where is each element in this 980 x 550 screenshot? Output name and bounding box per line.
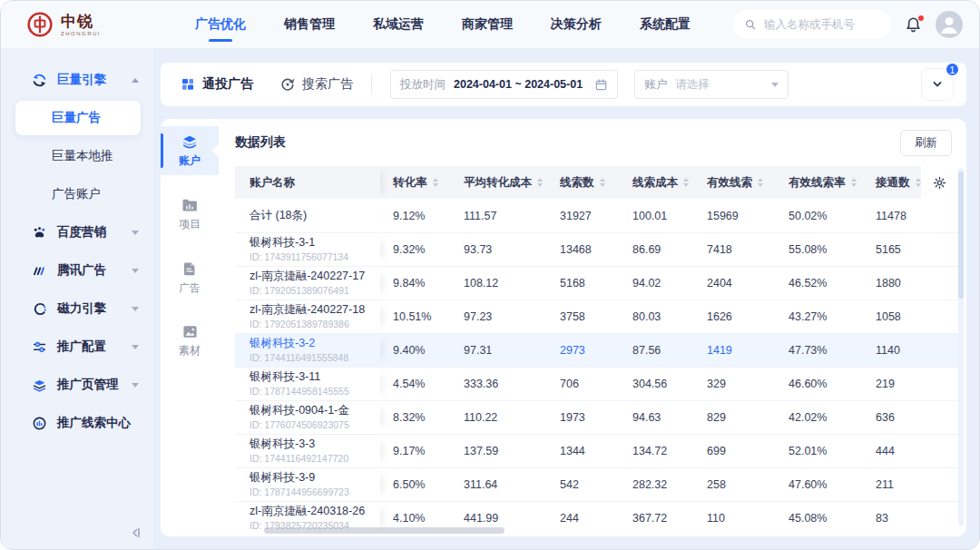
column-header-3[interactable]: 线索数 bbox=[547, 166, 620, 199]
metric-cell: 13468 bbox=[547, 243, 620, 256]
account-name-cell[interactable]: zl-南京捷融-240318-26ID: 1793825720235034 bbox=[235, 505, 380, 529]
sort-icon[interactable] bbox=[851, 178, 857, 187]
metric-cell: 699 bbox=[694, 445, 776, 457]
tab-search-ads[interactable]: 搜索广告 bbox=[280, 76, 353, 93]
nav-item-decision-analysis[interactable]: 决策分析 bbox=[551, 16, 602, 33]
vertical-scrollbar-thumb[interactable] bbox=[958, 172, 964, 299]
account-name-cell[interactable]: zl-南京捷融-240227-18ID: 1792051389789386 bbox=[235, 303, 380, 330]
column-header-2[interactable]: 平均转化成本 bbox=[451, 166, 547, 199]
metric-cell: 1880 bbox=[863, 277, 921, 290]
account-select-placeholder: 请选择 bbox=[675, 77, 710, 93]
filter-collapse-button[interactable]: 1 bbox=[921, 68, 954, 101]
tab-feed-ads[interactable]: 通投广告 bbox=[181, 76, 253, 93]
sidebar-subitem-juliang-local[interactable]: 巨量本地推 bbox=[1, 137, 153, 175]
top-bar-right bbox=[733, 10, 979, 39]
column-header-5[interactable]: 有效线索 bbox=[694, 166, 776, 199]
table-row[interactable]: 银树科技-3-2ID: 17441164915558489.40%97.3129… bbox=[235, 333, 959, 367]
panel-header: 数据列表 刷新 bbox=[219, 119, 966, 166]
sort-icon[interactable] bbox=[683, 178, 689, 187]
entity-tab-material[interactable]: 素材 bbox=[161, 317, 219, 366]
notification-bell[interactable] bbox=[905, 16, 922, 34]
account-name[interactable]: 银树科技-3-11 bbox=[250, 370, 380, 385]
metric-cell: 134.72 bbox=[620, 445, 694, 457]
account-name[interactable]: zl-南京捷融-240227-17 bbox=[250, 270, 380, 284]
nav-item-ad-optimization[interactable]: 广告优化 bbox=[195, 16, 246, 33]
entity-tab-project[interactable]: 项目 bbox=[161, 190, 219, 239]
app-window: 中锐 ZHONGRUI 广告优化 销售管理 私域运营 商家管理 决策分析 系统配… bbox=[0, 0, 980, 550]
metric-cell[interactable]: 2973 bbox=[547, 344, 620, 357]
account-name-cell[interactable]: 银树科技-3-2ID: 1744116491555848 bbox=[235, 337, 380, 364]
account-name[interactable]: 银树科技-0904-1-金 bbox=[250, 404, 380, 418]
sidebar-subitem-ad-accounts[interactable]: 广告账户 bbox=[1, 175, 153, 213]
column-header-4[interactable]: 线索成本 bbox=[620, 166, 694, 199]
table-row[interactable]: 银树科技-0904-1-金ID: 17760745069230758.32%11… bbox=[235, 400, 959, 434]
table-row[interactable]: 银树科技-3-1ID: 17439117560771349.32%93.7313… bbox=[235, 232, 959, 266]
nav-item-sales-management[interactable]: 销售管理 bbox=[284, 16, 335, 33]
sidebar-item-promo-config[interactable]: 推广配置 bbox=[1, 328, 153, 366]
layers-icon bbox=[180, 133, 200, 150]
refresh-button[interactable]: 刷新 bbox=[900, 130, 952, 156]
column-header-7[interactable]: 接通数 bbox=[863, 166, 921, 199]
sidebar-item-baidu[interactable]: 百度营销 bbox=[1, 213, 153, 251]
table-row[interactable]: 银树科技-3-9ID: 17871449566997236.50%311.645… bbox=[235, 467, 959, 501]
table-row[interactable]: zl-南京捷融-240318-26ID: 17938257202350344.1… bbox=[235, 501, 959, 529]
account-name-cell[interactable]: 银树科技-3-3ID: 1744116492147720 bbox=[235, 437, 380, 465]
user-avatar[interactable] bbox=[936, 11, 963, 38]
column-label: 有效线索率 bbox=[789, 175, 846, 191]
account-name[interactable]: 银树科技-3-2 bbox=[250, 337, 380, 351]
metric-cell[interactable]: 1419 bbox=[694, 344, 776, 357]
account-select[interactable]: 账户 请选择 bbox=[634, 70, 789, 99]
metric-cell: 258 bbox=[694, 478, 776, 491]
sidebar-item-oceanengine[interactable]: 巨量引擎 bbox=[1, 61, 153, 99]
entity-tab-account[interactable]: 账户 bbox=[161, 126, 219, 175]
account-name[interactable]: zl-南京捷融-240318-26 bbox=[250, 505, 380, 519]
account-name[interactable]: 银树科技-3-1 bbox=[250, 236, 380, 250]
metric-cell: 94.02 bbox=[620, 277, 694, 290]
entity-tab-ad[interactable]: 广告 bbox=[161, 253, 219, 302]
table-row[interactable]: zl-南京捷融-240227-18ID: 179205138978938610.… bbox=[235, 300, 959, 333]
column-header-1[interactable]: 转化率 bbox=[380, 166, 451, 199]
search-input[interactable] bbox=[762, 17, 880, 32]
table-row[interactable]: 银树科技-3-3ID: 17441164921477209.17%137.591… bbox=[235, 434, 959, 467]
account-id: ID: 1792051389789386 bbox=[250, 319, 380, 330]
sort-icon[interactable] bbox=[433, 178, 438, 187]
account-name-cell[interactable]: 银树科技-3-1ID: 1743911756077134 bbox=[235, 236, 380, 263]
sort-icon[interactable] bbox=[758, 178, 763, 187]
sidebar-item-promo-pages[interactable]: 推广页管理 bbox=[1, 366, 153, 404]
account-name[interactable]: zl-南京捷融-240227-18 bbox=[250, 303, 380, 318]
sidebar-subitem-juliang-ads[interactable]: 巨量广告 bbox=[15, 101, 141, 135]
entity-tab-label: 账户 bbox=[179, 153, 201, 169]
column-label: 账户名称 bbox=[250, 175, 295, 191]
column-settings-button[interactable] bbox=[921, 166, 957, 199]
tab-label: 搜索广告 bbox=[302, 76, 353, 93]
sidebar-item-tencent-ads[interactable]: 腾讯广告 bbox=[1, 251, 153, 290]
account-name-cell[interactable]: 银树科技-0904-1-金ID: 1776074506923075 bbox=[235, 404, 380, 431]
sidebar-collapse-icon[interactable] bbox=[128, 525, 142, 540]
sidebar-item-leads-center[interactable]: 推广线索中心 bbox=[1, 404, 153, 442]
sort-icon[interactable] bbox=[916, 178, 921, 187]
column-header-6[interactable]: 有效线索率 bbox=[776, 166, 863, 199]
nav-item-private-domain[interactable]: 私域运营 bbox=[373, 16, 424, 33]
account-name[interactable]: 银树科技-3-3 bbox=[250, 437, 380, 452]
account-name[interactable]: 银树科技-3-9 bbox=[250, 471, 380, 486]
metric-cell: 3758 bbox=[547, 310, 620, 323]
nav-item-merchant-management[interactable]: 商家管理 bbox=[462, 16, 513, 33]
account-name-cell[interactable]: 银树科技-3-11ID: 1787144958145555 bbox=[235, 370, 380, 398]
metric-cell: 47.60% bbox=[776, 478, 863, 491]
filter-count-badge: 1 bbox=[945, 62, 960, 77]
date-range-picker[interactable]: 投放时间 2024-04-01 ~ 2024-05-01 bbox=[390, 70, 618, 99]
sidebar-item-magnetic-engine[interactable]: 磁力引擎 bbox=[1, 290, 153, 328]
table-row[interactable]: zl-南京捷融-240227-17ID: 17920513890764919.8… bbox=[235, 266, 959, 300]
account-name-cell[interactable]: zl-南京捷融-240227-17ID: 1792051389076491 bbox=[235, 270, 380, 297]
metric-cell: 8.32% bbox=[380, 411, 451, 424]
sort-icon[interactable] bbox=[537, 178, 543, 187]
brand-name: 中锐 bbox=[61, 14, 101, 29]
global-search[interactable] bbox=[733, 10, 891, 39]
metric-cell: 1973 bbox=[547, 411, 620, 424]
sort-icon[interactable] bbox=[600, 178, 605, 187]
promo-config-icon bbox=[32, 339, 49, 355]
metric-cell: 46.52% bbox=[776, 277, 863, 290]
table-row[interactable]: 银树科技-3-11ID: 17871449581455554.54%333.36… bbox=[235, 367, 959, 400]
nav-item-system-config[interactable]: 系统配置 bbox=[640, 16, 691, 33]
account-name-cell[interactable]: 银树科技-3-9ID: 1787144956699723 bbox=[235, 471, 380, 498]
